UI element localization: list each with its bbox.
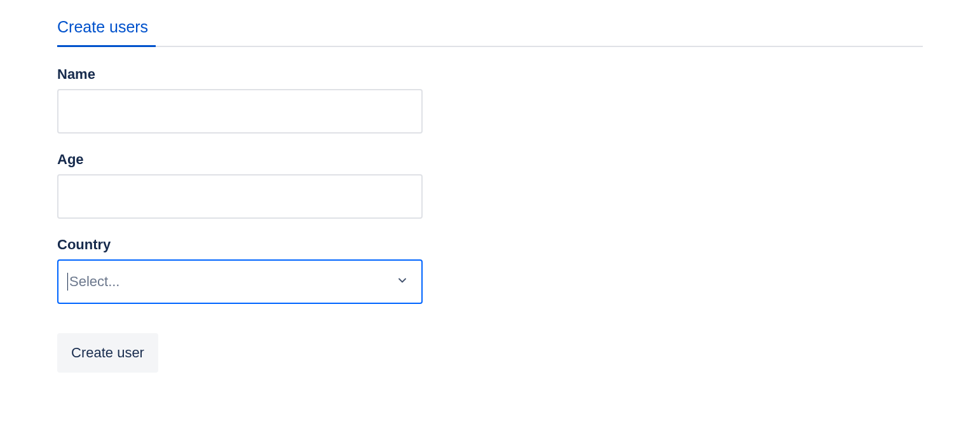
tabs-container: Create users xyxy=(57,13,923,47)
create-user-button[interactable]: Create user xyxy=(57,333,158,373)
country-select-wrapper: Select... xyxy=(57,259,423,304)
age-input[interactable] xyxy=(57,174,423,219)
form-group-age: Age xyxy=(57,151,923,219)
country-label: Country xyxy=(57,237,923,253)
name-input[interactable] xyxy=(57,89,423,134)
country-select[interactable]: Select... xyxy=(57,259,423,304)
form-group-country: Country Select... xyxy=(57,237,923,304)
age-label: Age xyxy=(57,151,923,168)
tab-create-users[interactable]: Create users xyxy=(57,13,156,47)
create-user-form: Name Age Country Select... Create user xyxy=(57,66,923,373)
text-cursor xyxy=(67,273,68,291)
form-group-name: Name xyxy=(57,66,923,134)
country-select-placeholder: Select... xyxy=(69,273,119,290)
name-label: Name xyxy=(57,66,923,83)
